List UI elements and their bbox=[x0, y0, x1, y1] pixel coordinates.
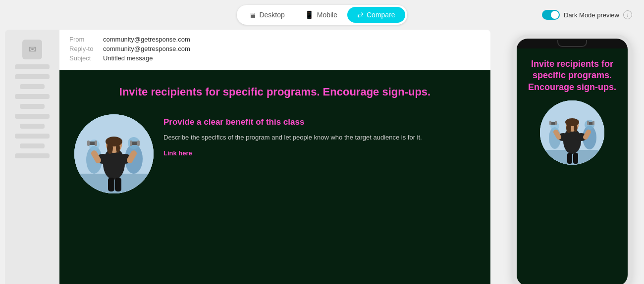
dark-mode-label: Dark Mode preview bbox=[564, 11, 619, 19]
desktop-toggle[interactable]: 🖥 Desktop bbox=[239, 7, 294, 23]
benefit-title: Provide a clear benefit of this class bbox=[163, 117, 476, 128]
svg-point-32 bbox=[566, 123, 571, 133]
svg-rect-17 bbox=[95, 141, 97, 146]
sidebar-mock: ✉ bbox=[5, 30, 59, 284]
mobile-icon: 📱 bbox=[305, 10, 314, 19]
phone-inner: Invite recipients for specific programs.… bbox=[517, 48, 628, 284]
sidebar-line-7 bbox=[20, 124, 45, 129]
phone-headline: Invite recipients for specific programs.… bbox=[517, 48, 628, 100]
link-here[interactable]: Link here bbox=[163, 149, 192, 157]
compare-label: Compare bbox=[367, 11, 395, 19]
svg-point-9 bbox=[107, 142, 113, 154]
from-label: From bbox=[69, 36, 99, 43]
desktop-label: Desktop bbox=[259, 11, 284, 19]
svg-rect-45 bbox=[573, 153, 578, 164]
reply-to-row: Reply-to community@getresponse.com bbox=[69, 45, 481, 52]
svg-rect-16 bbox=[87, 141, 90, 146]
subject-value: Untitled message bbox=[103, 54, 153, 62]
svg-rect-40 bbox=[555, 121, 557, 125]
email-header: From community@getresponse.com Reply-to … bbox=[59, 30, 490, 70]
fitness-image bbox=[74, 114, 154, 193]
sidebar-line-10 bbox=[15, 153, 50, 158]
sidebar-line-2 bbox=[15, 74, 50, 79]
info-icon[interactable]: i bbox=[623, 10, 632, 19]
phone-notch-area bbox=[517, 39, 628, 48]
sidebar-line-8 bbox=[15, 134, 50, 139]
sidebar-line-1 bbox=[15, 64, 50, 69]
sidebar-line-6 bbox=[15, 114, 50, 119]
desktop-icon: 🖥 bbox=[249, 11, 256, 19]
dark-mode-toggle[interactable] bbox=[542, 10, 560, 20]
desktop-panel: ✉ From community@getresponse.com Reply-t… bbox=[0, 30, 500, 284]
svg-point-33 bbox=[574, 124, 578, 132]
svg-rect-42 bbox=[587, 121, 589, 125]
reply-to-label: Reply-to bbox=[69, 45, 99, 52]
sidebar-line-5 bbox=[20, 104, 45, 109]
email-body-inner: Invite recipients for specific programs.… bbox=[59, 70, 490, 284]
email-headline: Invite recipients for specific programs.… bbox=[59, 70, 490, 109]
mobile-toggle[interactable]: 📱 Mobile bbox=[295, 7, 347, 23]
subject-label: Subject bbox=[69, 54, 99, 62]
mobile-panel: Invite recipients for specific programs.… bbox=[500, 30, 644, 284]
from-row: From community@getresponse.com bbox=[69, 36, 481, 43]
svg-rect-20 bbox=[137, 141, 140, 146]
svg-rect-39 bbox=[549, 121, 551, 125]
view-toggle: 🖥 Desktop 📱 Mobile ⇄ Compare bbox=[237, 5, 407, 25]
svg-point-29 bbox=[563, 128, 581, 154]
dark-mode-area: Dark Mode preview i bbox=[542, 10, 632, 20]
phone-notch bbox=[557, 40, 587, 47]
email-icon: ✉ bbox=[22, 40, 42, 59]
email-preview: From community@getresponse.com Reply-to … bbox=[59, 30, 490, 284]
benefit-desc: Describe the specifics of the program an… bbox=[163, 133, 476, 143]
email-text-section: Provide a clear benefit of this class De… bbox=[163, 114, 476, 158]
svg-rect-21 bbox=[108, 178, 114, 191]
phone-fitness-image bbox=[540, 100, 604, 165]
sidebar-line-3 bbox=[20, 84, 45, 89]
reply-to-value: community@getresponse.com bbox=[103, 45, 190, 52]
sidebar-line-9 bbox=[20, 143, 45, 148]
svg-rect-19 bbox=[130, 141, 132, 146]
top-bar: 🖥 Desktop 📱 Mobile ⇄ Compare Dark Mode p… bbox=[0, 0, 644, 30]
from-value: community@getresponse.com bbox=[103, 36, 190, 43]
mobile-label: Mobile bbox=[317, 11, 337, 19]
svg-rect-22 bbox=[115, 178, 121, 191]
sidebar-line-4 bbox=[15, 94, 50, 99]
svg-rect-43 bbox=[592, 121, 594, 125]
compare-icon: ⇄ bbox=[357, 10, 364, 19]
svg-rect-44 bbox=[567, 153, 572, 164]
email-content-section: Provide a clear benefit of this class De… bbox=[59, 109, 490, 203]
svg-point-10 bbox=[116, 143, 120, 153]
subject-row: Subject Untitled message bbox=[69, 54, 481, 62]
phone-frame: Invite recipients for specific programs.… bbox=[513, 35, 632, 284]
compare-toggle[interactable]: ⇄ Compare bbox=[347, 7, 405, 23]
email-body: Invite recipients for specific programs.… bbox=[59, 70, 490, 284]
main-content: ✉ From community@getresponse.com Reply-t… bbox=[0, 30, 644, 284]
